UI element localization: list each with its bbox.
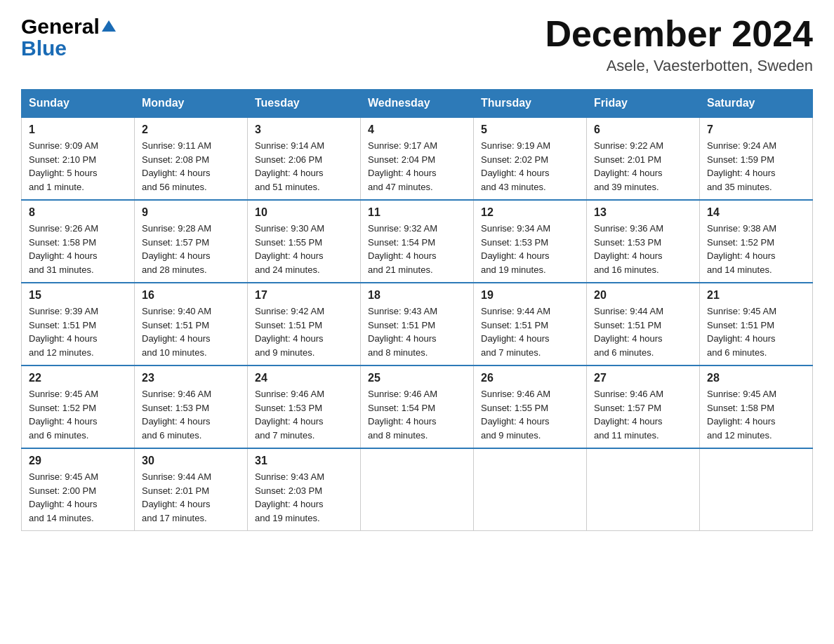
calendar-cell: 12Sunrise: 9:34 AMSunset: 1:53 PMDayligh… (474, 200, 587, 283)
calendar-week-2: 8Sunrise: 9:26 AMSunset: 1:58 PMDaylight… (22, 200, 813, 283)
day-info: Sunrise: 9:36 AMSunset: 1:53 PMDaylight:… (594, 222, 692, 276)
location-subtitle: Asele, Vaesterbotten, Sweden (545, 57, 813, 75)
col-header-tuesday: Tuesday (248, 90, 361, 118)
day-info: Sunrise: 9:46 AMSunset: 1:54 PMDaylight:… (368, 387, 466, 442)
col-header-wednesday: Wednesday (361, 90, 474, 118)
calendar-cell: 14Sunrise: 9:38 AMSunset: 1:52 PMDayligh… (700, 200, 813, 283)
day-info: Sunrise: 9:19 AMSunset: 2:02 PMDaylight:… (481, 139, 579, 194)
col-header-saturday: Saturday (700, 90, 813, 118)
day-number: 14 (707, 206, 805, 219)
page-header: General Blue December 2024 Asele, Vaeste… (21, 14, 813, 75)
calendar-cell (361, 448, 474, 531)
col-header-thursday: Thursday (474, 90, 587, 118)
calendar-cell: 19Sunrise: 9:44 AMSunset: 1:51 PMDayligh… (474, 283, 587, 365)
day-info: Sunrise: 9:11 AMSunset: 2:08 PMDaylight:… (142, 139, 240, 194)
calendar-cell (587, 448, 700, 531)
calendar-cell: 23Sunrise: 9:46 AMSunset: 1:53 PMDayligh… (135, 365, 248, 448)
day-info: Sunrise: 9:46 AMSunset: 1:53 PMDaylight:… (255, 387, 353, 442)
day-info: Sunrise: 9:28 AMSunset: 1:57 PMDaylight:… (142, 222, 240, 276)
calendar-cell: 4Sunrise: 9:17 AMSunset: 2:04 PMDaylight… (361, 117, 474, 200)
day-info: Sunrise: 9:44 AMSunset: 1:51 PMDaylight:… (481, 304, 579, 359)
day-number: 11 (368, 206, 466, 219)
day-info: Sunrise: 9:09 AMSunset: 2:10 PMDaylight:… (29, 139, 127, 194)
calendar-cell: 24Sunrise: 9:46 AMSunset: 1:53 PMDayligh… (248, 365, 361, 448)
day-info: Sunrise: 9:46 AMSunset: 1:57 PMDaylight:… (594, 387, 692, 442)
calendar-cell: 30Sunrise: 9:44 AMSunset: 2:01 PMDayligh… (135, 448, 248, 531)
day-number: 15 (29, 289, 127, 302)
day-info: Sunrise: 9:34 AMSunset: 1:53 PMDaylight:… (481, 222, 579, 276)
day-info: Sunrise: 9:44 AMSunset: 2:01 PMDaylight:… (142, 470, 240, 525)
day-info: Sunrise: 9:43 AMSunset: 2:03 PMDaylight:… (255, 470, 353, 525)
day-number: 26 (481, 372, 579, 384)
calendar-cell: 1Sunrise: 9:09 AMSunset: 2:10 PMDaylight… (22, 117, 135, 200)
calendar-cell: 7Sunrise: 9:24 AMSunset: 1:59 PMDaylight… (700, 117, 813, 200)
day-info: Sunrise: 9:14 AMSunset: 2:06 PMDaylight:… (255, 139, 353, 194)
logo: General Blue (21, 14, 116, 60)
calendar-week-5: 29Sunrise: 9:45 AMSunset: 2:00 PMDayligh… (22, 448, 813, 531)
day-number: 20 (594, 289, 692, 302)
day-info: Sunrise: 9:38 AMSunset: 1:52 PMDaylight:… (707, 222, 805, 276)
day-info: Sunrise: 9:45 AMSunset: 1:51 PMDaylight:… (707, 304, 805, 359)
logo-triangle-icon (102, 14, 116, 38)
calendar-cell: 5Sunrise: 9:19 AMSunset: 2:02 PMDaylight… (474, 117, 587, 200)
logo-general-text: General (21, 15, 100, 39)
col-header-friday: Friday (587, 90, 700, 118)
calendar-week-4: 22Sunrise: 9:45 AMSunset: 1:52 PMDayligh… (22, 365, 813, 448)
calendar-cell: 18Sunrise: 9:43 AMSunset: 1:51 PMDayligh… (361, 283, 474, 365)
day-number: 28 (707, 372, 805, 384)
day-number: 29 (29, 455, 127, 467)
day-info: Sunrise: 9:44 AMSunset: 1:51 PMDaylight:… (594, 304, 692, 359)
day-number: 31 (255, 455, 353, 467)
day-info: Sunrise: 9:26 AMSunset: 1:58 PMDaylight:… (29, 222, 127, 276)
day-info: Sunrise: 9:39 AMSunset: 1:51 PMDaylight:… (29, 304, 127, 359)
day-info: Sunrise: 9:22 AMSunset: 2:01 PMDaylight:… (594, 139, 692, 194)
calendar-cell (700, 448, 813, 531)
calendar-week-1: 1Sunrise: 9:09 AMSunset: 2:10 PMDaylight… (22, 117, 813, 200)
day-number: 8 (29, 206, 127, 219)
calendar-cell: 25Sunrise: 9:46 AMSunset: 1:54 PMDayligh… (361, 365, 474, 448)
day-number: 23 (142, 372, 240, 384)
calendar-cell (474, 448, 587, 531)
day-number: 4 (368, 123, 466, 136)
col-header-monday: Monday (135, 90, 248, 118)
day-number: 27 (594, 372, 692, 384)
day-number: 9 (142, 206, 240, 219)
header-row: SundayMondayTuesdayWednesdayThursdayFrid… (22, 90, 813, 118)
calendar-cell: 16Sunrise: 9:40 AMSunset: 1:51 PMDayligh… (135, 283, 248, 365)
title-section: December 2024 Asele, Vaesterbotten, Swed… (545, 14, 813, 75)
day-number: 30 (142, 455, 240, 467)
day-number: 17 (255, 289, 353, 302)
calendar-cell: 21Sunrise: 9:45 AMSunset: 1:51 PMDayligh… (700, 283, 813, 365)
calendar-cell: 17Sunrise: 9:42 AMSunset: 1:51 PMDayligh… (248, 283, 361, 365)
calendar-cell: 9Sunrise: 9:28 AMSunset: 1:57 PMDaylight… (135, 200, 248, 283)
day-number: 25 (368, 372, 466, 384)
day-info: Sunrise: 9:46 AMSunset: 1:55 PMDaylight:… (481, 387, 579, 442)
day-number: 7 (707, 123, 805, 136)
day-info: Sunrise: 9:43 AMSunset: 1:51 PMDaylight:… (368, 304, 466, 359)
calendar-cell: 22Sunrise: 9:45 AMSunset: 1:52 PMDayligh… (22, 365, 135, 448)
calendar-week-3: 15Sunrise: 9:39 AMSunset: 1:51 PMDayligh… (22, 283, 813, 365)
day-number: 12 (481, 206, 579, 219)
day-number: 6 (594, 123, 692, 136)
day-number: 13 (594, 206, 692, 219)
calendar-table: SundayMondayTuesdayWednesdayThursdayFrid… (21, 89, 813, 531)
day-number: 1 (29, 123, 127, 136)
day-info: Sunrise: 9:45 AMSunset: 1:52 PMDaylight:… (29, 387, 127, 442)
day-info: Sunrise: 9:40 AMSunset: 1:51 PMDaylight:… (142, 304, 240, 359)
day-number: 22 (29, 372, 127, 384)
day-number: 3 (255, 123, 353, 136)
day-info: Sunrise: 9:45 AMSunset: 2:00 PMDaylight:… (29, 470, 127, 525)
month-title: December 2024 (545, 14, 813, 54)
calendar-cell: 15Sunrise: 9:39 AMSunset: 1:51 PMDayligh… (22, 283, 135, 365)
day-info: Sunrise: 9:30 AMSunset: 1:55 PMDaylight:… (255, 222, 353, 276)
calendar-cell: 6Sunrise: 9:22 AMSunset: 2:01 PMDaylight… (587, 117, 700, 200)
calendar-cell: 27Sunrise: 9:46 AMSunset: 1:57 PMDayligh… (587, 365, 700, 448)
calendar-cell: 28Sunrise: 9:45 AMSunset: 1:58 PMDayligh… (700, 365, 813, 448)
day-number: 21 (707, 289, 805, 302)
day-info: Sunrise: 9:17 AMSunset: 2:04 PMDaylight:… (368, 139, 466, 194)
calendar-cell: 10Sunrise: 9:30 AMSunset: 1:55 PMDayligh… (248, 200, 361, 283)
calendar-cell: 2Sunrise: 9:11 AMSunset: 2:08 PMDaylight… (135, 117, 248, 200)
calendar-cell: 20Sunrise: 9:44 AMSunset: 1:51 PMDayligh… (587, 283, 700, 365)
day-info: Sunrise: 9:42 AMSunset: 1:51 PMDaylight:… (255, 304, 353, 359)
svg-marker-0 (102, 20, 116, 32)
